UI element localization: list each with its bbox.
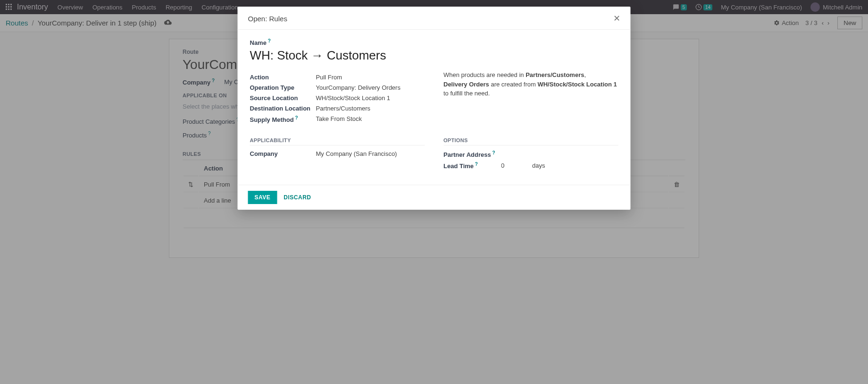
- rules-dialog: Open: Rules ✕ Name ? WH: Stock → Custome…: [238, 7, 631, 210]
- action-k: Action: [250, 74, 316, 81]
- action-v[interactable]: Pull From: [316, 74, 342, 81]
- srcloc-v[interactable]: WH/Stock/Stock Location 1: [316, 94, 391, 102]
- rule-description: When products are needed in Partners/Cus…: [443, 70, 618, 98]
- name-label: Name ?: [250, 39, 271, 46]
- save-button[interactable]: SAVE: [248, 191, 277, 204]
- close-icon[interactable]: ✕: [613, 13, 620, 24]
- applicability-heading: APPLICABILITY: [250, 137, 425, 145]
- optype-k: Operation Type: [250, 84, 316, 91]
- optype-v[interactable]: YourCompany: Delivery Orders: [316, 84, 401, 91]
- srcloc-k: Source Location: [250, 94, 316, 102]
- dialog-title: Open: Rules: [248, 15, 287, 23]
- partner-addr-k: Partner Address ?: [443, 150, 500, 158]
- lead-time-k: Lead Time ?: [443, 162, 500, 170]
- options-heading: OPTIONS: [443, 137, 618, 145]
- lead-time-input[interactable]: [500, 161, 528, 171]
- supply-k: Supply Method ?: [250, 115, 316, 123]
- discard-button[interactable]: DISCARD: [284, 191, 311, 204]
- supply-v[interactable]: Take From Stock: [316, 115, 362, 123]
- appl-company-k: Company: [250, 150, 316, 157]
- lead-time-unit: days: [532, 162, 545, 169]
- rule-name-value[interactable]: WH: Stock → Customers: [250, 48, 618, 63]
- appl-company-v[interactable]: My Company (San Francisco): [316, 150, 397, 157]
- destloc-v[interactable]: Partners/Customers: [316, 105, 371, 112]
- destloc-k: Destination Location: [250, 105, 316, 112]
